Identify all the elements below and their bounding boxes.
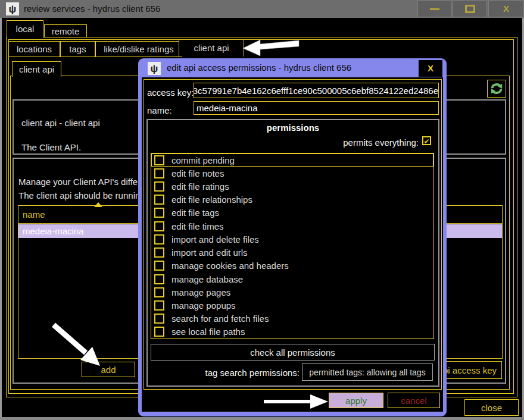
permission-row[interactable]: manage cookies and headers — [151, 259, 433, 272]
permission-label: edit file relationships — [171, 195, 252, 205]
permission-row[interactable]: manage popups — [151, 299, 433, 312]
window-frame-left — [0, 18, 2, 420]
permission-label: manage popups — [171, 300, 236, 311]
refresh-button[interactable] — [487, 80, 506, 98]
tab-client-api[interactable]: client api — [179, 39, 244, 57]
window-title: review services - hydrus client 656 — [24, 0, 160, 18]
hydrus-app-icon: ψ — [6, 2, 19, 15]
tab-remote[interactable]: remote — [44, 24, 87, 37]
permission-label: import and edit urls — [171, 247, 248, 258]
permissions-list: commit pendingedit file notesedit file r… — [151, 153, 434, 339]
permission-checkbox[interactable] — [154, 261, 164, 271]
permission-checkbox[interactable] — [154, 195, 164, 205]
tab-local[interactable]: local — [7, 20, 43, 37]
tab-like-dislike-ratings[interactable]: like/dislike ratings — [95, 41, 182, 57]
cancel-button[interactable]: cancel — [388, 393, 440, 408]
window-frame-bottom — [0, 417, 524, 420]
main-titlebar: ψ review services - hydrus client 656 X — [0, 0, 524, 18]
permission-checkbox[interactable] — [154, 287, 164, 297]
name-input[interactable]: medeia-macina — [194, 101, 439, 115]
name-label: name: — [147, 105, 172, 115]
permission-checkbox[interactable] — [154, 168, 164, 178]
permission-checkbox[interactable] — [154, 181, 164, 192]
window-close-button[interactable]: X — [488, 1, 524, 17]
permits-everything-checkbox[interactable]: ✔ — [422, 136, 431, 145]
maximize-icon — [465, 5, 475, 13]
add-button[interactable]: add — [82, 362, 135, 377]
permission-label: import and delete files — [171, 234, 259, 245]
service-description-text: The Client API. — [21, 142, 81, 152]
permission-label: manage cookies and headers — [171, 261, 289, 271]
permission-row[interactable]: import and delete files — [151, 233, 433, 246]
permission-checkbox[interactable] — [154, 300, 164, 311]
permission-checkbox[interactable] — [154, 234, 164, 245]
apply-button[interactable]: apply — [329, 393, 383, 408]
access-key-input[interactable]: a3c57991e7b4e162c6efff1ce90c500005c6ebf8… — [194, 83, 439, 98]
permission-label: edit file ratings — [171, 181, 229, 192]
tag-search-permissions-label: tag search permissions: — [173, 368, 300, 378]
permission-checkbox[interactable] — [154, 314, 164, 324]
manage-text-line1: Manage your Client API's differ — [18, 177, 141, 187]
close-icon: X — [503, 1, 509, 17]
permission-checkbox[interactable] — [154, 274, 164, 284]
dialog-app-icon: ψ — [148, 62, 161, 75]
permission-checkbox[interactable] — [154, 155, 164, 165]
permission-label: edit file notes — [171, 168, 224, 178]
permission-row[interactable]: edit file ratings — [151, 180, 433, 193]
permission-label: edit file times — [171, 221, 224, 231]
subtab-client-api[interactable]: client api — [12, 61, 61, 77]
permission-row[interactable]: manage database — [151, 272, 433, 286]
permission-checkbox[interactable] — [154, 221, 164, 231]
sort-ascending-icon[interactable] — [94, 202, 102, 207]
permission-checkbox[interactable] — [154, 327, 164, 337]
permission-row[interactable]: search for and fetch files — [151, 312, 433, 325]
permission-label: search for and fetch files — [171, 314, 269, 324]
permissions-title: permissions — [146, 123, 439, 133]
close-button[interactable]: close — [464, 399, 519, 416]
permission-row[interactable]: see local file paths — [151, 325, 433, 338]
service-title-text: client api - client api — [21, 118, 100, 128]
permission-checkbox[interactable] — [154, 208, 164, 218]
dialog-title: edit api access permissions - hydrus cli… — [167, 58, 351, 77]
permission-label: manage pages — [171, 287, 230, 297]
dialog-close-button[interactable]: X — [419, 60, 442, 77]
permission-label: see local file paths — [171, 327, 245, 337]
review-services-window: ψ review services - hydrus client 656 X … — [0, 0, 524, 420]
permission-label: edit file tags — [171, 208, 219, 218]
permission-label: manage database — [171, 274, 243, 284]
manage-text-line2: The client api should be runnin — [18, 190, 140, 200]
refresh-icon — [490, 82, 503, 95]
permission-label: commit pending — [171, 155, 235, 165]
access-key-label: access key: — [147, 87, 194, 98]
permission-row[interactable]: commit pending — [151, 153, 433, 167]
minimize-icon — [430, 8, 439, 10]
maximize-button[interactable] — [453, 1, 487, 17]
permission-row[interactable]: import and edit urls — [151, 246, 433, 259]
permission-row[interactable]: edit file notes — [151, 167, 433, 180]
tab-locations[interactable]: locations — [8, 41, 60, 57]
permission-row[interactable]: edit file tags — [151, 206, 433, 220]
permission-checkbox[interactable] — [154, 247, 164, 258]
permits-everything-label: permits everything: — [268, 137, 419, 148]
permission-row[interactable]: edit file times — [151, 220, 433, 233]
check-all-permissions-button[interactable]: check all permissions — [151, 344, 435, 361]
tab-tags[interactable]: tags — [60, 41, 95, 57]
permission-row[interactable]: edit file relationships — [151, 193, 433, 206]
permission-row[interactable]: manage pages — [151, 286, 433, 299]
tag-search-permissions-dropdown[interactable]: permitted tags: allowing all tags — [302, 363, 433, 381]
minimize-button[interactable] — [417, 1, 451, 17]
